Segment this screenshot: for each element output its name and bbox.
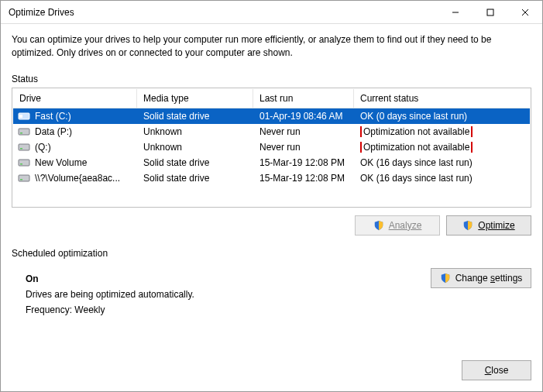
- header-media[interactable]: Media type: [137, 89, 253, 108]
- svg-rect-8: [19, 144, 29, 150]
- svg-rect-10: [19, 160, 29, 166]
- shield-icon: [373, 220, 384, 231]
- table-row[interactable]: Fast (C:)Solid state drive01-Apr-19 08:4…: [13, 108, 530, 124]
- hdd-drive-icon: [18, 126, 30, 137]
- table-row[interactable]: Data (P:)UnknownNever runOptimization no…: [13, 124, 530, 139]
- status-highlight: Optimization not available: [360, 142, 473, 153]
- svg-rect-7: [20, 132, 22, 134]
- close-dialog-button[interactable]: Close: [462, 360, 531, 380]
- table-row[interactable]: New VolumeSolid state drive15-Mar-19 12:…: [13, 155, 530, 170]
- drive-name: (Q:): [35, 142, 51, 153]
- scheduled-line1: Drives are being optimized automatically…: [26, 287, 531, 302]
- shield-icon: [440, 273, 451, 284]
- close-button[interactable]: [507, 1, 542, 24]
- footer: Close: [1, 352, 542, 391]
- svg-rect-5: [19, 115, 22, 118]
- svg-rect-9: [20, 148, 22, 150]
- header-last-run[interactable]: Last run: [253, 89, 354, 108]
- description-text: You can optimize your drives to help you…: [12, 33, 531, 60]
- hdd-drive-icon: [18, 142, 30, 153]
- last-run: 15-Mar-19 12:08 PM: [253, 173, 354, 184]
- last-run: 15-Mar-19 12:08 PM: [253, 157, 354, 168]
- ssd-drive-icon: [18, 111, 30, 122]
- drive-list: Drive Media type Last run Current status…: [12, 88, 531, 208]
- optimize-button[interactable]: Optimize: [446, 215, 531, 236]
- content-area: You can optimize your drives to help you…: [1, 24, 542, 352]
- column-headers: Drive Media type Last run Current status: [13, 89, 530, 108]
- last-run: Never run: [253, 142, 354, 153]
- svg-rect-11: [20, 163, 22, 165]
- analyze-button[interactable]: Analyze: [355, 215, 440, 236]
- current-status: Optimization not available: [354, 142, 530, 153]
- analyze-label: Analyze: [389, 220, 422, 231]
- drive-name: Fast (C:): [35, 111, 71, 122]
- media-type: Solid state drive: [137, 111, 253, 122]
- maximize-button[interactable]: [473, 1, 507, 24]
- shield-icon: [462, 220, 473, 231]
- media-type: Solid state drive: [137, 157, 253, 168]
- change-settings-button[interactable]: Change settings: [431, 268, 531, 288]
- svg-rect-13: [20, 179, 22, 181]
- minimize-button[interactable]: [438, 1, 473, 24]
- hdd-drive-icon: [18, 157, 30, 168]
- scheduled-label: Scheduled optimization: [12, 248, 531, 259]
- current-status: Optimization not available: [354, 126, 530, 137]
- current-status: OK (16 days since last run): [354, 173, 530, 184]
- last-run: 01-Apr-19 08:46 AM: [253, 111, 354, 122]
- table-row[interactable]: \\?\Volume{aea8ac...Solid state drive15-…: [13, 170, 530, 186]
- status-highlight: Optimization not available: [360, 126, 473, 137]
- svg-rect-6: [19, 129, 29, 135]
- table-row[interactable]: (Q:)UnknownNever runOptimization not ava…: [13, 139, 530, 155]
- optimize-label: Optimize: [478, 220, 514, 231]
- scheduled-section: Change settings On Drives are being opti…: [12, 268, 531, 318]
- current-status: OK (0 days since last run): [354, 111, 530, 122]
- svg-rect-12: [19, 175, 29, 181]
- header-drive[interactable]: Drive: [13, 89, 137, 108]
- status-label: Status: [12, 74, 531, 84]
- media-type: Unknown: [137, 126, 253, 137]
- last-run: Never run: [253, 126, 354, 137]
- drive-name: \\?\Volume{aea8ac...: [35, 173, 120, 184]
- header-current-status[interactable]: Current status: [354, 89, 530, 108]
- drive-name: New Volume: [35, 157, 87, 168]
- action-buttons: Analyze Optimize: [12, 215, 531, 236]
- scheduled-line2: Frequency: Weekly: [26, 302, 531, 318]
- drive-rows: Fast (C:)Solid state drive01-Apr-19 08:4…: [13, 108, 530, 206]
- window-title: Optimize Drives: [9, 7, 438, 18]
- hdd-drive-icon: [18, 173, 30, 184]
- media-type: Solid state drive: [137, 173, 253, 184]
- media-type: Unknown: [137, 142, 253, 153]
- drive-name: Data (P:): [35, 126, 72, 137]
- svg-rect-1: [487, 9, 493, 15]
- titlebar: Optimize Drives: [1, 1, 542, 24]
- current-status: OK (16 days since last run): [354, 157, 530, 168]
